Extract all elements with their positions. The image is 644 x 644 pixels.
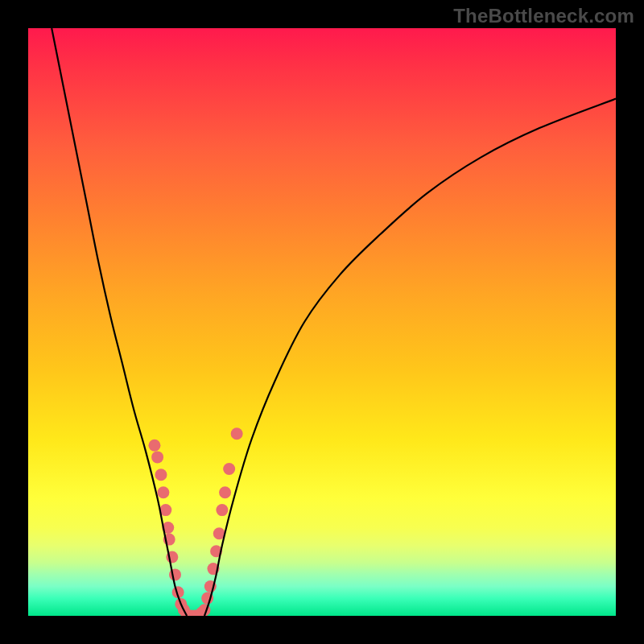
chart-frame: TheBottleneck.com	[0, 0, 644, 644]
curve-right	[204, 99, 616, 616]
watermark-text: TheBottleneck.com	[453, 5, 634, 27]
scatter-dot	[216, 504, 228, 516]
scatter-dot	[223, 463, 235, 475]
scatter-dot	[231, 427, 243, 440]
scatter-dot	[157, 486, 169, 498]
curve-layer	[28, 28, 616, 616]
scatter-dot	[155, 469, 167, 481]
scatter-dot	[148, 440, 160, 452]
scatter-dot	[151, 451, 163, 463]
scatter-dot	[219, 486, 231, 498]
plot-area	[28, 28, 616, 616]
